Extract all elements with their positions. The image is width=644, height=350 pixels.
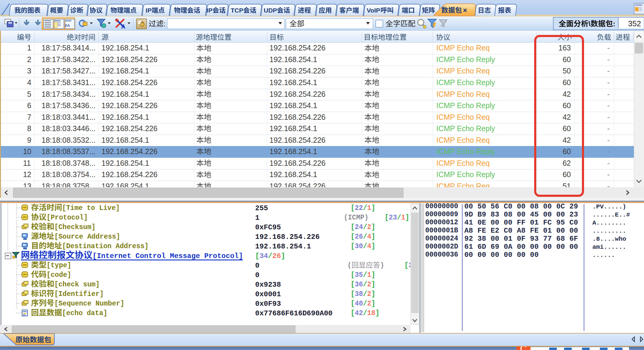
svg-text:A: A — [121, 23, 125, 29]
